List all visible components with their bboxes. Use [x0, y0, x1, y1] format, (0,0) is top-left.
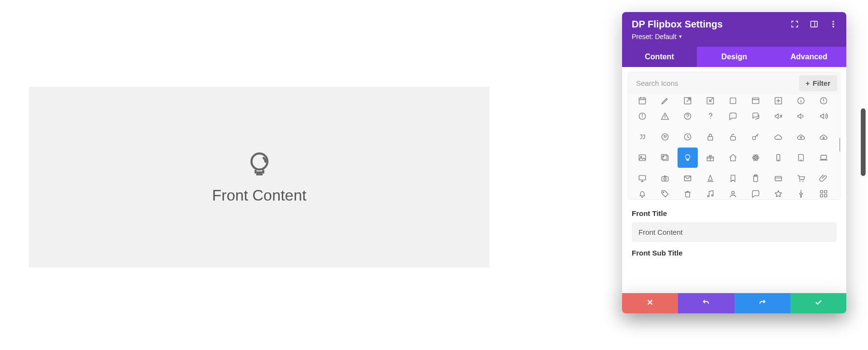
bell-icon[interactable]	[632, 189, 652, 197]
settings-tabs: Content Design Advanced	[622, 47, 846, 67]
comments-icon[interactable]	[746, 106, 766, 126]
desktop-icon[interactable]	[632, 168, 652, 188]
key-icon[interactable]	[746, 127, 766, 147]
page-scrollbar-thumb[interactable]	[861, 108, 866, 176]
exclamation-circle-o-icon[interactable]	[632, 106, 652, 126]
close-button[interactable]	[622, 293, 678, 313]
card-icon[interactable]	[768, 168, 788, 188]
cloud-icon[interactable]	[768, 127, 788, 147]
svg-point-23	[823, 102, 824, 103]
atom-icon[interactable]	[746, 148, 766, 168]
clipboard-icon[interactable]	[746, 168, 766, 188]
cart-icon[interactable]	[791, 168, 811, 188]
svg-rect-42	[662, 154, 667, 159]
svg-point-34	[662, 134, 668, 140]
filter-button[interactable]: + Filter	[799, 75, 837, 91]
grid-icon[interactable]	[814, 189, 834, 197]
front-sub-title-label: Front Sub Title	[632, 249, 837, 257]
mobile-icon[interactable]	[768, 148, 788, 168]
music-icon[interactable]	[700, 189, 720, 197]
svg-point-4	[833, 24, 834, 25]
comment-o-icon[interactable]	[746, 189, 766, 197]
quote-right-icon[interactable]	[632, 127, 652, 147]
svg-rect-79	[820, 195, 823, 197]
lightbulb-icon[interactable]	[678, 148, 698, 168]
svg-point-43	[663, 156, 664, 157]
svg-point-70	[802, 181, 803, 182]
cone-icon[interactable]	[700, 168, 720, 188]
icon-search-input[interactable]	[628, 73, 796, 93]
images-icon[interactable]	[655, 148, 675, 168]
pushpin-icon[interactable]	[791, 189, 811, 197]
svg-rect-77	[820, 190, 823, 193]
volume-mute-icon[interactable]	[768, 106, 788, 126]
calendar-icon[interactable]	[632, 96, 652, 106]
front-title-label: Front Title	[632, 209, 837, 217]
camera-icon[interactable]	[655, 168, 675, 188]
svg-point-75	[712, 195, 713, 196]
flipbox-front-preview: Front Content	[29, 87, 489, 268]
cloud-up-icon[interactable]	[791, 127, 811, 147]
tablet-icon[interactable]	[791, 148, 811, 168]
expand-icon[interactable]	[790, 20, 799, 28]
clock-icon[interactable]	[678, 127, 698, 147]
kebab-menu-icon[interactable]	[829, 20, 838, 28]
home-icon[interactable]	[723, 148, 743, 168]
volume-high-icon[interactable]	[814, 106, 834, 126]
warning-triangle-icon[interactable]	[655, 106, 675, 126]
settings-panel: DP Flipbox Settings Preset: Default ▼ Co…	[622, 12, 846, 311]
panel-footer	[622, 293, 846, 313]
redo-icon	[758, 298, 767, 309]
unlock-icon[interactable]	[723, 127, 743, 147]
pencil-icon[interactable]	[655, 96, 675, 106]
arrow-box-out-icon[interactable]	[678, 96, 698, 106]
svg-point-44	[685, 155, 690, 159]
front-content-title: Front Content	[212, 187, 307, 204]
comment-icon[interactable]	[723, 106, 743, 126]
plus-square-icon[interactable]	[768, 96, 788, 106]
window-icon[interactable]	[746, 96, 766, 106]
arrow-box-in-icon[interactable]	[700, 96, 720, 106]
icon-grid	[628, 94, 840, 199]
info-circle-icon[interactable]	[791, 96, 811, 106]
bookmark-icon[interactable]	[723, 168, 743, 188]
gift-icon[interactable]	[700, 148, 720, 168]
trash-icon[interactable]	[678, 189, 698, 197]
lock-icon[interactable]	[700, 127, 720, 147]
image-icon[interactable]	[632, 148, 652, 168]
svg-rect-80	[825, 195, 827, 197]
svg-rect-39	[639, 155, 645, 161]
caret-down-icon: ▼	[678, 34, 683, 39]
question-circle-icon[interactable]	[678, 106, 698, 126]
paperclip-icon[interactable]	[814, 168, 834, 188]
check-icon	[814, 298, 823, 309]
laptop-icon[interactable]	[814, 148, 834, 168]
filter-label: Filter	[813, 79, 830, 87]
svg-rect-61	[662, 177, 668, 181]
svg-point-40	[640, 156, 642, 158]
undo-button[interactable]	[678, 293, 734, 313]
preset-selector[interactable]: Preset: Default ▼	[632, 33, 683, 40]
envelope-icon[interactable]	[678, 168, 698, 188]
svg-rect-36	[708, 136, 713, 140]
tag-icon[interactable]	[655, 189, 675, 197]
star-icon[interactable]	[768, 189, 788, 197]
square-icon[interactable]	[723, 96, 743, 106]
plus-icon: +	[806, 79, 810, 87]
volume-low-icon[interactable]	[791, 106, 811, 126]
dock-sidebar-icon[interactable]	[810, 20, 818, 28]
save-button[interactable]	[790, 293, 846, 313]
redo-button[interactable]	[734, 293, 790, 313]
exclamation-circle-icon[interactable]	[814, 96, 834, 106]
user-icon[interactable]	[723, 189, 743, 197]
tab-content[interactable]: Content	[622, 47, 697, 67]
svg-rect-12	[730, 98, 736, 104]
tab-advanced[interactable]: Advanced	[772, 47, 846, 67]
quote-circle-icon[interactable]	[655, 127, 675, 147]
svg-point-26	[642, 118, 642, 118]
front-title-input[interactable]	[632, 222, 837, 242]
tab-design[interactable]: Design	[697, 47, 772, 67]
svg-point-28	[665, 118, 665, 119]
question-icon[interactable]	[700, 106, 720, 126]
cloud-down-icon[interactable]	[814, 127, 834, 147]
